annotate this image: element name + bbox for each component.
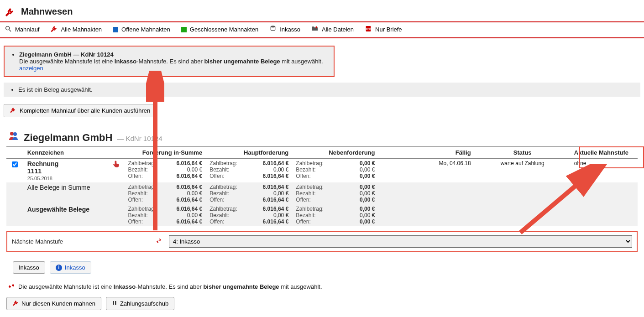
button-label: Inkasso <box>19 264 39 271</box>
svg-rect-8 <box>113 301 114 305</box>
button-label: Inkasso <box>65 264 85 271</box>
svg-point-3 <box>315 26 317 28</box>
svg-point-6 <box>10 132 14 135</box>
svg-point-0 <box>6 26 10 30</box>
inkasso-warning-note: Die ausgewählte Mahnstufe ist eine Inkas… <box>8 283 638 291</box>
row-label: Alle Belege in Summe <box>24 182 125 204</box>
run-all-button[interactable]: Kompletten Mahnlauf über alle Kunden aus… <box>4 104 156 117</box>
hammer-icon <box>50 25 58 34</box>
action-pills: Inkasso i Inkasso <box>13 261 638 274</box>
svg-point-2 <box>271 26 275 27</box>
row-label: Ausgewählte Belege <box>24 204 125 226</box>
selection-info: Es ist ein Beleg ausgewählt. <box>4 83 640 97</box>
nav-label: Offene Mahnakten <box>121 26 170 33</box>
svg-point-7 <box>13 132 17 136</box>
customers-icon <box>8 130 19 142</box>
nav-label: Mahnlauf <box>15 26 39 33</box>
hammer-icon <box>12 300 19 307</box>
nav-label: Alle Mahnakten <box>61 26 102 33</box>
warning-callout: Ziegelmann GmbH — KdNr 10124 Die ausgewä… <box>4 46 335 77</box>
nav-label: Nur Briefe <box>375 26 402 33</box>
summary-alle-row: Alle Belege in Summe Zahlbetrag:6.016,64… <box>6 182 638 204</box>
summary-selected-row: Ausgewählte Belege Zahlbetrag:6.016,64 €… <box>6 204 638 226</box>
database-icon <box>269 25 277 34</box>
page-header: Mahnwesen <box>0 0 644 21</box>
cell-stufe: ohne <box>571 159 638 183</box>
col-status: Status <box>475 147 571 159</box>
col-forderung: Forderung in-Summe <box>125 147 206 159</box>
callout-body: Die ausgewählte Mahnstufe ist eine Inkas… <box>19 58 327 65</box>
nav-label: Alle Dateien <box>322 26 354 33</box>
next-mahnstufe-row: Nächste Mahnstufe 4: Inkasso <box>6 231 638 252</box>
svg-rect-9 <box>115 301 116 305</box>
button-label: Nur diesen Kunden mahnen <box>21 300 95 307</box>
col-kennzeichen: Kennzeichen <box>24 147 125 159</box>
svg-text:PDF: PDF <box>366 28 371 31</box>
next-mahnstufe-select[interactable]: 4: Inkasso <box>169 235 632 248</box>
callout-link-anzeigen[interactable]: anzeigen <box>19 65 43 72</box>
callout-title: Ziegelmann GmbH — KdNr 10124 <box>19 51 327 58</box>
invoice-row: Rechnung 1111 25.05.2018 Zahlbetrag:6.01… <box>6 159 638 183</box>
nav-offene-mahnakten[interactable]: Offene Mahnakten <box>113 26 170 33</box>
final-actions: Nur diesen Kunden mahnen Zahlungsaufschu… <box>6 297 638 310</box>
button-label: Zahlungsaufschub <box>120 300 168 307</box>
row-checkbox[interactable] <box>12 161 18 167</box>
pause-icon <box>112 300 117 307</box>
invoices-table: Kennzeichen Forderung in-Summe Hauptford… <box>6 146 638 226</box>
hammer-icon <box>10 107 16 114</box>
cell-faellig: Mo, 04.06.18 <box>378 159 474 183</box>
mahn-kunde-button[interactable]: Nur diesen Kunden mahnen <box>6 297 101 310</box>
customer-header: Ziegelmann GmbH — KdNr 10124 <box>0 122 644 146</box>
next-label: Nächste Mahnstufe <box>12 238 149 245</box>
svg-line-1 <box>9 30 11 31</box>
col-faellig: Fällig <box>378 147 474 159</box>
col-haupt: Hauptforderung <box>206 147 292 159</box>
folder-icon <box>311 25 319 34</box>
info-icon: i <box>56 265 62 271</box>
table-header-row: Kennzeichen Forderung in-Summe Hauptford… <box>6 147 638 159</box>
nav-label: Geschlossene Mahnakten <box>190 26 258 33</box>
customer-name: Ziegelmann GmbH <box>24 132 112 144</box>
nav-nur-briefe[interactable]: PDF Nur Briefe <box>365 25 402 34</box>
pdf-icon: PDF <box>365 25 372 34</box>
cell-status: warte auf Zahlung <box>475 159 571 183</box>
nav-tabs: Mahnlauf Alle Mahnakten Offene Mahnakten… <box>0 22 644 38</box>
square-blue-icon <box>113 27 118 32</box>
page-title: Mahnwesen <box>21 6 73 17</box>
doc-number: 1111 <box>27 167 58 175</box>
inkasso-info-button[interactable]: i Inkasso <box>50 261 91 274</box>
nav-alle-mahnakten[interactable]: Alle Mahnakten <box>50 25 102 34</box>
square-green-icon <box>181 27 187 32</box>
nav-inkasso[interactable]: Inkasso <box>269 25 300 34</box>
col-aktuelle-mahnstufe: Aktuelle Mahnstufe <box>571 147 638 159</box>
search-icon <box>5 25 12 34</box>
nav-label: Inkasso <box>280 26 300 33</box>
swap-icon[interactable] <box>155 237 162 246</box>
zahlungsaufschub-button[interactable]: Zahlungsaufschub <box>106 297 174 310</box>
button-label: Kompletten Mahnlauf über alle Kunden aus… <box>20 107 150 114</box>
inkasso-button[interactable]: Inkasso <box>13 261 45 274</box>
hand-point-icon[interactable] <box>113 160 121 170</box>
doc-date: 25.05.2018 <box>27 176 58 181</box>
nav-geschl-mahnakten[interactable]: Geschlossene Mahnakten <box>181 26 258 33</box>
hammer-icon <box>5 7 15 17</box>
col-neben: Nebenforderung <box>292 147 378 159</box>
nav-mahnlauf[interactable]: Mahnlauf <box>5 25 39 34</box>
customer-id: — KdNr 10124 <box>117 135 162 142</box>
link-broken-icon <box>8 283 15 291</box>
nav-alle-dateien[interactable]: Alle Dateien <box>311 25 354 34</box>
doc-type: Rechnung <box>27 160 58 167</box>
